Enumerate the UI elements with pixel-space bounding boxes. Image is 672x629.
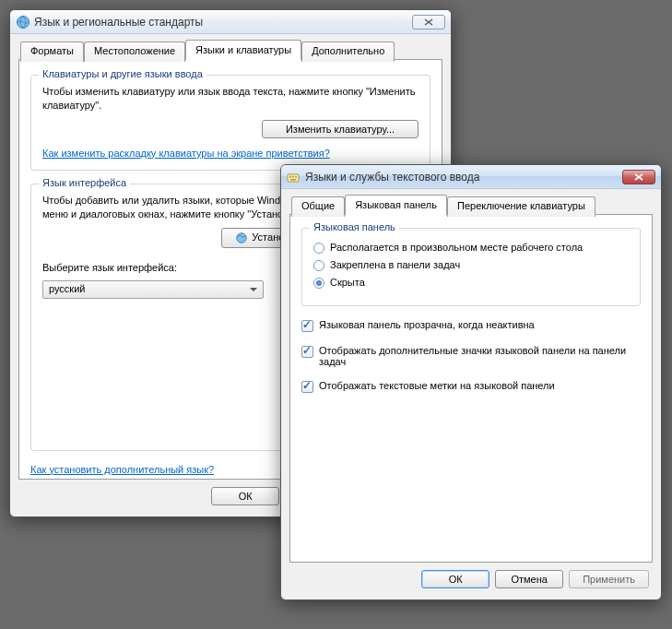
group-keyboards: Клавиатуры и другие языки ввода Чтобы из…: [30, 75, 430, 171]
tabpage: Языковая панель Располагается в произвол…: [289, 214, 653, 563]
group-language-bar: Языковая панель Располагается в произвол…: [301, 228, 641, 306]
content-area: Общие Языковая панель Переключение клави…: [281, 189, 661, 599]
checkbox-icon: [301, 320, 313, 332]
ok-button[interactable]: ОК: [421, 570, 489, 588]
globe-icon: [16, 15, 30, 30]
checkbox-icon: [301, 346, 313, 358]
svg-point-1: [237, 233, 247, 243]
text-services-window: Языки и службы текстового ввода Общие Яз…: [280, 164, 662, 600]
radio-floating[interactable]: Располагается в произвольном месте рабоч…: [313, 242, 629, 254]
radio-docked-label: Закреплена в панели задач: [330, 259, 460, 270]
tab-language-bar[interactable]: Языковая панель: [345, 195, 447, 215]
radio-floating-label: Располагается в произвольном месте рабоч…: [330, 242, 583, 253]
display-language-value: русский: [49, 283, 85, 294]
radio-icon: [313, 278, 324, 289]
titlebar[interactable]: Язык и региональные стандарты: [10, 10, 451, 34]
keyboards-text: Чтобы изменить клавиатуру или язык ввода…: [42, 85, 419, 113]
ok-button[interactable]: ОК: [211, 487, 279, 505]
svg-rect-2: [288, 174, 299, 182]
keyboard-icon: [287, 170, 301, 184]
check-transparent[interactable]: Языковая панель прозрачна, когда неактив…: [301, 319, 641, 332]
tab-keyboard-switching[interactable]: Переключение клавиатуры: [447, 196, 595, 217]
close-button[interactable]: [412, 15, 445, 30]
window-title: Языки и службы текстового ввода: [305, 171, 622, 184]
checkbox-icon: [301, 381, 313, 393]
check-text-labels[interactable]: Отображать текстовые метки на языковой п…: [301, 380, 641, 393]
tab-location[interactable]: Местоположение: [84, 42, 185, 62]
install-additional-languages-link[interactable]: Как установить дополнительный язык?: [30, 464, 214, 475]
close-icon: [424, 18, 433, 26]
group-display-legend: Язык интерфейса: [39, 177, 130, 188]
svg-rect-5: [295, 176, 297, 178]
apply-button[interactable]: Применить: [569, 570, 649, 588]
radio-icon: [313, 243, 324, 254]
radio-hidden[interactable]: Скрыта: [313, 277, 629, 289]
radio-docked[interactable]: Закреплена в панели задач: [313, 259, 629, 271]
close-icon: [634, 173, 643, 181]
tab-formats[interactable]: Форматы: [20, 42, 84, 62]
dialog-buttons: ОК Отмена Применить: [289, 563, 653, 590]
tabstrip: Общие Языковая панель Переключение клави…: [289, 195, 653, 215]
group-keyboards-legend: Клавиатуры и другие языки ввода: [39, 68, 206, 79]
titlebar[interactable]: Языки и службы текстового ввода: [281, 165, 661, 189]
svg-rect-6: [290, 179, 296, 181]
close-button[interactable]: [622, 170, 655, 184]
window-title: Язык и региональные стандарты: [34, 16, 412, 29]
group-language-bar-legend: Языковая панель: [310, 221, 399, 232]
check-transparent-label: Языковая панель прозрачна, когда неактив…: [319, 319, 535, 330]
tab-administrative[interactable]: Дополнительно: [301, 42, 395, 62]
svg-rect-3: [289, 176, 291, 178]
check-additional-icons-label: Отображать дополнительные значки языково…: [319, 345, 641, 367]
cancel-button[interactable]: Отмена: [495, 570, 563, 588]
change-keyboards-button[interactable]: Изменить клавиатуру...: [262, 120, 419, 138]
welcome-screen-link[interactable]: Как изменить раскладку клавиатуры на экр…: [42, 148, 330, 159]
radio-icon: [313, 260, 324, 271]
tabstrip: Форматы Местоположение Языки и клавиатур…: [18, 40, 442, 60]
svg-rect-4: [292, 176, 294, 178]
check-additional-icons[interactable]: Отображать дополнительные значки языково…: [301, 345, 641, 367]
globe-icon: [235, 231, 248, 244]
radio-hidden-label: Скрыта: [330, 277, 365, 288]
tab-keyboards-languages[interactable]: Языки и клавиатуры: [185, 40, 301, 60]
check-text-labels-label: Отображать текстовые метки на языковой п…: [319, 380, 555, 391]
display-language-select[interactable]: русский: [42, 280, 264, 299]
tab-general[interactable]: Общие: [291, 196, 345, 217]
